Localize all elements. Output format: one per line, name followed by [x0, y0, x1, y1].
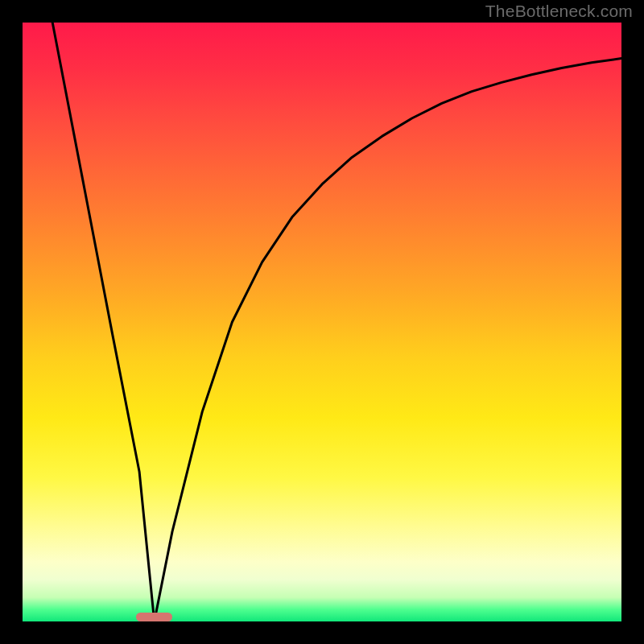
curve-layer	[23, 23, 621, 621]
chart-frame: TheBottleneck.com	[0, 0, 644, 644]
bottleneck-curve	[52, 23, 621, 621]
balance-marker	[136, 613, 172, 621]
watermark-text: TheBottleneck.com	[485, 2, 633, 21]
plot-area	[23, 23, 621, 621]
